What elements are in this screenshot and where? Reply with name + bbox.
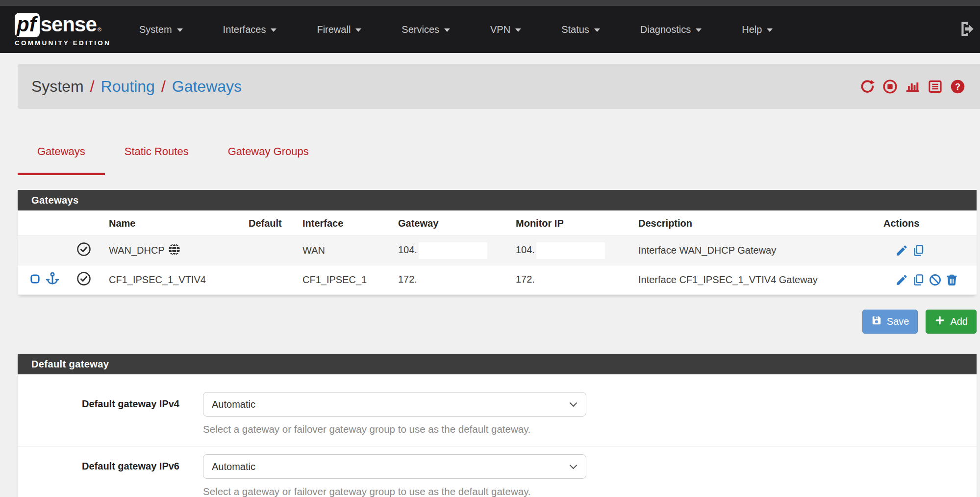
redaction-box <box>419 272 487 288</box>
tab-static-routes[interactable]: Static Routes <box>105 145 208 175</box>
gateway-name: WAN_DHCP <box>109 245 165 256</box>
nav-item-interfaces[interactable]: Interfaces <box>223 24 277 35</box>
logo-registered-mark: ® <box>98 26 101 32</box>
col-description: Description <box>632 210 878 236</box>
breadcrumb-link-gateways[interactable]: Gateways <box>172 78 242 96</box>
logo-pf-tile: pf <box>15 13 40 37</box>
nav-item-system[interactable]: System <box>139 24 183 35</box>
gateway-interface: CF1_IPSEC_1 <box>297 265 392 295</box>
copy-icon[interactable] <box>912 244 925 257</box>
gateway-default <box>243 236 297 265</box>
default-gateway-ipv6-select[interactable]: Automatic <box>203 454 586 479</box>
nav-item-services[interactable]: Services <box>402 24 450 35</box>
col-actions: Actions <box>878 210 977 236</box>
caret-down-icon <box>444 28 450 32</box>
add-button[interactable]: Add <box>926 310 977 334</box>
field-label: Default gateway IPv4 <box>18 392 179 435</box>
caret-down-icon <box>696 28 702 32</box>
gateway-description: Interface CF1_IPSEC_1_VTIV4 Gateway <box>632 265 878 295</box>
default-gateway-ipv4-select[interactable]: Automatic <box>203 392 586 417</box>
stop-circle-icon[interactable] <box>882 79 898 94</box>
logo-sense-text: sense <box>41 13 97 36</box>
gateway-default <box>243 265 297 295</box>
col-gateway: Gateway <box>392 210 510 236</box>
edit-icon[interactable] <box>895 244 908 257</box>
table-header-row: Name Default Interface Gateway Monitor I… <box>18 210 977 236</box>
form-buttons: Save Add <box>18 310 977 334</box>
gateway-ip: 104. <box>398 244 417 255</box>
globe-icon <box>168 243 181 259</box>
monitor-ip: 104. <box>516 244 535 255</box>
square-icon <box>29 273 41 287</box>
tab-bar: Gateways Static Routes Gateway Groups <box>18 145 980 175</box>
svg-text:?: ? <box>955 81 960 91</box>
plus-icon <box>934 315 945 328</box>
default-gateway-panel: Default gateway Default gateway IPv4 Aut… <box>18 354 977 497</box>
redaction-box <box>536 272 605 288</box>
caret-down-icon <box>594 28 600 32</box>
nav-item-firewall[interactable]: Firewall <box>317 24 361 35</box>
anchor-icon <box>45 271 60 288</box>
tab-gateway-groups[interactable]: Gateway Groups <box>208 145 328 175</box>
monitor-ip: 172. <box>516 274 535 285</box>
col-name: Name <box>103 210 243 236</box>
field-label: Default gateway IPv6 <box>18 454 179 497</box>
caret-down-icon <box>515 28 521 32</box>
table-row-wan-dhcp: WAN_DHCP WAN 104. 104. Interface WAN_DHC… <box>18 236 977 265</box>
field-help-text: Select a gateway or failover gateway gro… <box>203 423 586 435</box>
nav-menu: System Interfaces Firewall Services VPN … <box>139 24 773 35</box>
field-help-text: Select a gateway or failover gateway gro… <box>203 486 586 497</box>
gateway-name: CF1_IPSEC_1_VTIV4 <box>103 265 243 295</box>
redaction-box <box>536 242 605 259</box>
delete-icon[interactable] <box>945 273 958 287</box>
redaction-box <box>419 242 487 259</box>
caret-down-icon <box>271 28 276 32</box>
gateway-description: Interface WAN_DHCP Gateway <box>632 236 878 265</box>
nav-item-help[interactable]: Help <box>742 24 773 35</box>
edit-icon[interactable] <box>895 273 908 287</box>
main-navbar: pf sense ® COMMUNITY EDITION System Inte… <box>0 6 980 53</box>
browser-top-strip <box>0 0 980 6</box>
disable-icon[interactable] <box>929 273 942 287</box>
nav-item-status[interactable]: Status <box>561 24 600 35</box>
save-disk-icon <box>871 315 882 328</box>
breadcrumb-separator: / <box>161 78 166 96</box>
caret-down-icon <box>177 28 183 32</box>
gateway-interface: WAN <box>297 236 392 265</box>
sign-out-icon[interactable] <box>958 20 977 40</box>
breadcrumb-separator: / <box>90 78 95 96</box>
refresh-icon[interactable] <box>860 79 875 94</box>
status-online-icon <box>76 277 91 288</box>
breadcrumb-section: System <box>31 78 84 96</box>
help-circle-icon[interactable]: ? <box>950 79 965 94</box>
tab-gateways[interactable]: Gateways <box>18 145 105 175</box>
copy-icon[interactable] <box>912 273 925 287</box>
page-action-icons: ? <box>860 79 965 94</box>
col-default: Default <box>243 210 297 236</box>
log-list-icon[interactable] <box>928 79 943 94</box>
pfsense-logo[interactable]: pf sense ® COMMUNITY EDITION <box>15 13 111 47</box>
table-row-cf1-ipsec: CF1_IPSEC_1_VTIV4 CF1_IPSEC_1 172. 172. … <box>18 265 977 295</box>
field-default-gateway-ipv4: Default gateway IPv4 Automatic Select a … <box>18 374 977 446</box>
breadcrumb-link-routing[interactable]: Routing <box>101 78 155 96</box>
status-online-icon <box>76 248 91 259</box>
gateways-panel-title: Gateways <box>18 190 977 210</box>
nav-item-vpn[interactable]: VPN <box>490 24 521 35</box>
bar-chart-icon[interactable] <box>905 79 920 94</box>
caret-down-icon <box>355 28 361 32</box>
field-default-gateway-ipv6: Default gateway IPv6 Automatic Select a … <box>18 446 977 497</box>
logo-subtitle: COMMUNITY EDITION <box>15 39 111 47</box>
breadcrumb: System / Routing / Gateways <box>31 78 242 96</box>
nav-item-diagnostics[interactable]: Diagnostics <box>640 24 702 35</box>
page-header-bar: System / Routing / Gateways ? <box>18 64 980 109</box>
col-monitor-ip: Monitor IP <box>510 210 632 236</box>
gateways-table: Name Default Interface Gateway Monitor I… <box>18 210 977 295</box>
gateway-ip: 172. <box>398 274 417 285</box>
caret-down-icon <box>767 28 773 32</box>
col-interface: Interface <box>297 210 392 236</box>
save-button[interactable]: Save <box>862 310 918 334</box>
gateways-panel: Gateways Name Default Interface Gateway … <box>18 190 977 295</box>
default-gateway-panel-title: Default gateway <box>18 354 977 374</box>
